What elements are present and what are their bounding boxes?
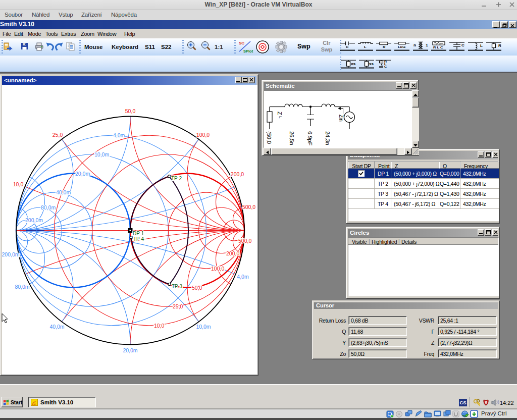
svg-text:L: L <box>278 116 283 119</box>
svg-text:100,0: 100,0 <box>196 132 210 138</box>
svg-text:4,0m: 4,0m <box>237 274 249 280</box>
svg-text:80,0m: 80,0m <box>41 204 56 211</box>
svg-text:ss: ss <box>369 62 374 66</box>
svg-text:500,0: 500,0 <box>238 238 251 244</box>
svg-text:50,0: 50,0 <box>192 285 202 291</box>
svg-text:Z: Z <box>277 112 283 115</box>
svg-text:200,0m: 200,0m <box>2 251 20 257</box>
svg-text:Line: Line <box>398 45 406 48</box>
svg-text:Zin: Zin <box>338 115 344 122</box>
svg-text:500,0: 500,0 <box>242 204 255 210</box>
svg-text:10,0: 10,0 <box>13 181 24 187</box>
svg-text:20,0m: 20,0m <box>123 347 137 353</box>
svg-text:50,0: 50,0 <box>125 108 136 114</box>
svg-text:C: C <box>384 65 387 68</box>
svg-text:10,0: 10,0 <box>154 323 165 329</box>
svg-text:10,0m: 10,0m <box>94 151 109 158</box>
svg-text:TP 3: TP 3 <box>172 284 182 289</box>
svg-text:TP 2: TP 2 <box>171 176 182 181</box>
svg-text:C: C <box>346 45 349 48</box>
svg-text:R: R <box>383 45 386 48</box>
svg-text:24,3n: 24,3n <box>325 131 331 145</box>
svg-text:100,0: 100,0 <box>211 266 224 272</box>
svg-text:25,0: 25,0 <box>173 303 183 309</box>
svg-text:DP 1: DP 1 <box>133 231 144 236</box>
svg-text:6,9pF: 6,9pF <box>307 131 313 145</box>
svg-text:40,0m: 40,0m <box>56 189 71 195</box>
svg-text:80,0m: 80,0m <box>15 284 29 290</box>
svg-text:SC: SC <box>239 41 244 45</box>
svg-text:(50,0: (50,0 <box>266 131 272 144</box>
svg-text:200,0: 200,0 <box>231 171 244 177</box>
svg-text:20,0m: 20,0m <box>75 171 90 177</box>
svg-text:26,5n: 26,5n <box>289 131 295 145</box>
svg-text:1: 1 <box>426 43 429 47</box>
svg-text:200,0: 200,0 <box>226 250 239 256</box>
svg-text:n: n <box>413 43 417 47</box>
svg-text:40,0m: 40,0m <box>49 324 64 330</box>
svg-text:L: L <box>480 44 483 48</box>
svg-text:R L C: R L C <box>433 46 443 49</box>
svg-text:200,0m: 200,0m <box>25 217 43 223</box>
svg-text:C: C <box>461 43 465 47</box>
svg-text:os: os <box>351 62 355 66</box>
svg-text:4,0m: 4,0m <box>113 132 125 138</box>
svg-text:25,0: 25,0 <box>53 132 63 138</box>
svg-text:10,0m: 10,0m <box>196 324 211 330</box>
svg-text:L: L <box>364 45 367 48</box>
svg-text:SPlot: SPlot <box>243 49 253 54</box>
svg-text:TP 4: TP 4 <box>133 236 144 242</box>
svg-text:R: R <box>498 44 502 48</box>
